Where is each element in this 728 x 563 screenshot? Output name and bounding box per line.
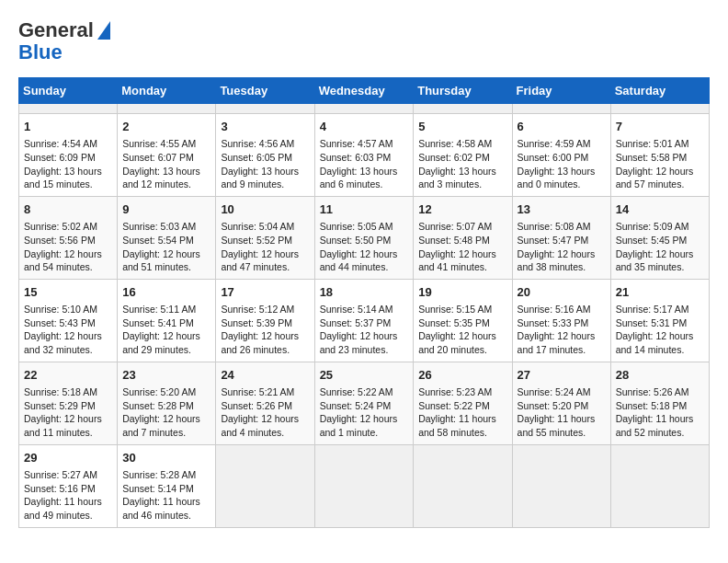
calendar-cell: 18 Sunrise: 5:14 AM Sunset: 5:37 PM Dayl… bbox=[314, 279, 414, 362]
day-number: 5 bbox=[418, 119, 506, 135]
calendar-cell: 1 Sunrise: 4:54 AM Sunset: 6:09 PM Dayli… bbox=[19, 114, 118, 197]
calendar-cell: 28 Sunrise: 5:26 AM Sunset: 5:18 PM Dayl… bbox=[610, 362, 709, 444]
logo-general-text: General bbox=[18, 18, 94, 42]
sunrise: Sunrise: 5:28 AM bbox=[122, 469, 196, 480]
sunrise: Sunrise: 5:03 AM bbox=[122, 221, 196, 232]
calendar: SundayMondayTuesdayWednesdayThursdayFrid… bbox=[18, 77, 710, 528]
day-number: 23 bbox=[122, 367, 210, 384]
sunset: Sunset: 5:47 PM bbox=[518, 235, 589, 246]
daylight: Daylight: 11 hours and 58 minutes. bbox=[418, 413, 496, 438]
day-header-thursday: Thursday bbox=[414, 78, 512, 104]
day-number: 24 bbox=[221, 367, 309, 384]
sunset: Sunset: 5:37 PM bbox=[320, 317, 392, 328]
day-number: 4 bbox=[320, 119, 409, 135]
calendar-week-4: 22 Sunrise: 5:18 AM Sunset: 5:29 PM Dayl… bbox=[19, 362, 710, 444]
day-number: 2 bbox=[122, 119, 210, 135]
calendar-week-3: 15 Sunrise: 5:10 AM Sunset: 5:43 PM Dayl… bbox=[19, 279, 710, 362]
day-number: 7 bbox=[616, 119, 704, 135]
sunset: Sunset: 5:54 PM bbox=[122, 235, 194, 246]
sunrise: Sunrise: 5:15 AM bbox=[418, 304, 492, 315]
calendar-cell: 13 Sunrise: 5:08 AM Sunset: 5:47 PM Dayl… bbox=[512, 196, 610, 279]
daylight: Daylight: 11 hours and 52 minutes. bbox=[616, 413, 694, 438]
sunrise: Sunrise: 4:59 AM bbox=[518, 138, 591, 149]
day-header-friday: Friday bbox=[512, 78, 610, 104]
sunset: Sunset: 5:31 PM bbox=[616, 317, 688, 328]
day-number: 14 bbox=[616, 201, 704, 218]
daylight: Daylight: 11 hours and 55 minutes. bbox=[518, 413, 596, 438]
daylight: Daylight: 12 hours and 11 minutes. bbox=[24, 413, 102, 438]
sunrise: Sunrise: 5:21 AM bbox=[221, 386, 294, 397]
sunset: Sunset: 5:33 PM bbox=[518, 317, 589, 328]
calendar-cell bbox=[314, 444, 414, 527]
calendar-cell: 2 Sunrise: 4:55 AM Sunset: 6:07 PM Dayli… bbox=[118, 114, 216, 197]
day-number: 3 bbox=[221, 119, 309, 135]
calendar-cell: 4 Sunrise: 4:57 AM Sunset: 6:03 PM Dayli… bbox=[314, 114, 414, 197]
sunrise: Sunrise: 4:56 AM bbox=[221, 138, 294, 149]
header-row: SundayMondayTuesdayWednesdayThursdayFrid… bbox=[19, 78, 710, 104]
daylight: Daylight: 12 hours and 47 minutes. bbox=[221, 248, 299, 273]
sunset: Sunset: 5:14 PM bbox=[122, 483, 194, 494]
day-header-monday: Monday bbox=[118, 78, 216, 104]
daylight: Daylight: 13 hours and 15 minutes. bbox=[24, 166, 102, 190]
daylight: Daylight: 12 hours and 17 minutes. bbox=[518, 330, 596, 355]
calendar-cell: 25 Sunrise: 5:22 AM Sunset: 5:24 PM Dayl… bbox=[314, 362, 414, 444]
sunset: Sunset: 5:18 PM bbox=[616, 400, 688, 411]
calendar-cell: 27 Sunrise: 5:24 AM Sunset: 5:20 PM Dayl… bbox=[512, 362, 610, 444]
daylight: Daylight: 12 hours and 29 minutes. bbox=[122, 330, 200, 355]
calendar-week-0 bbox=[19, 104, 710, 114]
sunset: Sunset: 5:22 PM bbox=[418, 400, 490, 411]
calendar-cell: 23 Sunrise: 5:20 AM Sunset: 5:28 PM Dayl… bbox=[118, 362, 216, 444]
calendar-cell: 26 Sunrise: 5:23 AM Sunset: 5:22 PM Dayl… bbox=[414, 362, 512, 444]
day-header-sunday: Sunday bbox=[19, 78, 118, 104]
calendar-week-5: 29 Sunrise: 5:27 AM Sunset: 5:16 PM Dayl… bbox=[19, 444, 710, 527]
day-number: 22 bbox=[24, 367, 112, 384]
sunset: Sunset: 6:07 PM bbox=[122, 152, 194, 163]
calendar-cell bbox=[19, 104, 118, 114]
calendar-cell: 8 Sunrise: 5:02 AM Sunset: 5:56 PM Dayli… bbox=[19, 196, 118, 279]
daylight: Daylight: 12 hours and 14 minutes. bbox=[616, 330, 694, 355]
calendar-cell: 24 Sunrise: 5:21 AM Sunset: 5:26 PM Dayl… bbox=[216, 362, 314, 444]
sunset: Sunset: 5:48 PM bbox=[418, 235, 490, 246]
daylight: Daylight: 12 hours and 4 minutes. bbox=[221, 413, 299, 438]
calendar-cell: 11 Sunrise: 5:05 AM Sunset: 5:50 PM Dayl… bbox=[314, 196, 414, 279]
daylight: Daylight: 12 hours and 7 minutes. bbox=[122, 413, 200, 438]
sunrise: Sunrise: 5:07 AM bbox=[418, 221, 492, 232]
daylight: Daylight: 11 hours and 49 minutes. bbox=[24, 496, 102, 521]
sunrise: Sunrise: 5:08 AM bbox=[518, 221, 591, 232]
calendar-cell bbox=[314, 104, 414, 114]
calendar-cell bbox=[216, 104, 314, 114]
day-number: 8 bbox=[24, 201, 112, 218]
sunrise: Sunrise: 5:09 AM bbox=[616, 221, 689, 232]
sunrise: Sunrise: 5:16 AM bbox=[518, 304, 591, 315]
sunset: Sunset: 5:35 PM bbox=[418, 317, 490, 328]
day-header-tuesday: Tuesday bbox=[216, 78, 314, 104]
day-header-wednesday: Wednesday bbox=[314, 78, 414, 104]
day-number: 27 bbox=[518, 367, 606, 384]
sunset: Sunset: 5:52 PM bbox=[221, 235, 292, 246]
calendar-cell bbox=[414, 104, 512, 114]
calendar-cell bbox=[610, 104, 709, 114]
calendar-body: 1 Sunrise: 4:54 AM Sunset: 6:09 PM Dayli… bbox=[19, 104, 710, 528]
daylight: Daylight: 13 hours and 0 minutes. bbox=[518, 166, 596, 190]
daylight: Daylight: 13 hours and 12 minutes. bbox=[122, 166, 200, 190]
sunrise: Sunrise: 5:14 AM bbox=[320, 304, 393, 315]
daylight: Daylight: 11 hours and 46 minutes. bbox=[122, 496, 200, 521]
calendar-cell: 16 Sunrise: 5:11 AM Sunset: 5:41 PM Dayl… bbox=[118, 279, 216, 362]
day-number: 19 bbox=[418, 284, 506, 301]
sunset: Sunset: 6:02 PM bbox=[418, 152, 490, 163]
daylight: Daylight: 12 hours and 57 minutes. bbox=[616, 166, 694, 190]
sunset: Sunset: 5:26 PM bbox=[221, 400, 292, 411]
sunrise: Sunrise: 5:24 AM bbox=[518, 386, 591, 397]
sunrise: Sunrise: 5:22 AM bbox=[320, 386, 393, 397]
sunrise: Sunrise: 5:04 AM bbox=[221, 221, 294, 232]
sunrise: Sunrise: 5:11 AM bbox=[122, 304, 196, 315]
sunrise: Sunrise: 4:57 AM bbox=[320, 138, 393, 149]
calendar-cell: 14 Sunrise: 5:09 AM Sunset: 5:45 PM Dayl… bbox=[610, 196, 709, 279]
sunrise: Sunrise: 5:18 AM bbox=[24, 386, 97, 397]
sunrise: Sunrise: 5:20 AM bbox=[122, 386, 196, 397]
sunrise: Sunrise: 5:27 AM bbox=[24, 469, 97, 480]
calendar-cell: 30 Sunrise: 5:28 AM Sunset: 5:14 PM Dayl… bbox=[118, 444, 216, 527]
day-number: 13 bbox=[518, 201, 606, 218]
sunset: Sunset: 5:56 PM bbox=[24, 235, 96, 246]
daylight: Daylight: 12 hours and 38 minutes. bbox=[518, 248, 596, 273]
